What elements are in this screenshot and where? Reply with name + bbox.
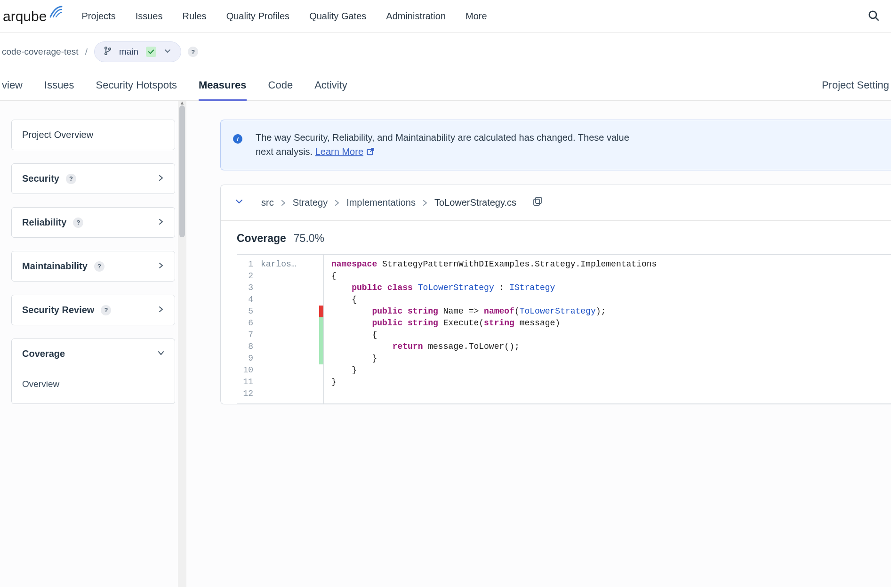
banner-message: The way Security, Reliability, and Maint… [256,130,629,160]
tab-security-hotspots[interactable]: Security Hotspots [96,70,177,100]
chevron-right-icon [334,197,340,208]
code-gutter: 123456789101112 karlos… [237,255,324,403]
sidebar: ▲ Project Overview Security ? Reliabilit… [0,101,186,587]
svg-line-1 [875,17,878,20]
nav-quality-profiles[interactable]: Quality Profiles [226,11,290,22]
nav-rules[interactable]: Rules [182,11,206,22]
sidebar-coverage[interactable]: Coverage [11,338,175,369]
sidebar-security[interactable]: Security ? [11,163,175,194]
coverage-row: Coverage 75.0% [221,221,891,250]
help-icon[interactable]: ? [73,217,83,228]
learn-more-link[interactable]: Learn More [315,146,375,157]
svg-point-4 [109,48,111,50]
file-name: ToLowerStrategy.cs [434,197,516,208]
crumb-implementations[interactable]: Implementations [346,197,416,208]
nav-quality-gates[interactable]: Quality Gates [309,11,366,22]
logo[interactable]: arqube [0,8,81,24]
tab-overview[interactable]: view [2,70,23,100]
svg-line-6 [370,148,374,152]
tab-activity[interactable]: Activity [314,70,347,100]
banner-text-a: The way Security, Reliability, and Maint… [256,132,629,143]
code-viewer: 123456789101112 karlos… namespace Strate… [237,254,891,404]
file-breadcrumb: src Strategy Implementations ToLowerStra… [221,185,891,221]
sidebar-security-label: Security [22,173,59,184]
logo-text: arqube [3,8,47,24]
chevron-right-icon [158,306,164,314]
line-numbers: 123456789101112 [237,255,258,403]
chevron-down-icon[interactable] [235,197,243,208]
svg-rect-7 [534,199,539,205]
svg-point-3 [105,53,107,55]
nav-administration[interactable]: Administration [386,11,446,22]
sidebar-reliability-label: Reliability [22,217,66,228]
chevron-right-icon [158,218,164,227]
main: i The way Security, Reliability, and Mai… [186,101,891,587]
file-panel: src Strategy Implementations ToLowerStra… [220,185,891,404]
sidebar-security-review-label: Security Review [22,305,94,315]
coverage-value: 75.0% [294,232,324,245]
sidebar-security-review[interactable]: Security Review ? [11,295,175,325]
help-icon[interactable]: ? [66,174,76,184]
sidebar-coverage-overview[interactable]: Overview [12,372,175,396]
author-column: karlos… [258,255,319,403]
branch-name: main [119,47,138,57]
chevron-right-icon [281,197,286,208]
search-icon[interactable] [867,9,880,24]
crumb-src[interactable]: src [261,197,274,208]
tab-code[interactable]: Code [268,70,293,100]
chevron-down-icon [158,350,164,358]
info-icon: i [233,134,242,144]
coverage-strip [319,255,323,403]
breadcrumb-slash: / [85,47,88,57]
banner-text-b: next analysis. [256,146,315,157]
help-icon[interactable]: ? [94,261,104,272]
project-tabs: view Issues Security Hotspots Measures C… [0,71,891,101]
sidebar-scrollbar[interactable]: ▲ [178,101,186,587]
tab-measures[interactable]: Measures [199,70,247,100]
git-branch-icon [104,46,112,57]
copy-icon[interactable] [532,196,543,209]
sidebar-maintainability[interactable]: Maintainability ? [11,251,175,282]
svg-rect-8 [536,197,541,203]
svg-point-2 [105,47,107,49]
nav-more[interactable]: More [466,11,487,22]
chevron-right-icon [158,262,164,271]
sidebar-coverage-label: Coverage [22,348,65,359]
project-header: code-coverage-test / main ? [0,33,891,71]
tab-issues[interactable]: Issues [44,70,74,100]
project-tabs-left: view Issues Security Hotspots Measures C… [0,70,822,100]
body: ▲ Project Overview Security ? Reliabilit… [0,101,891,587]
help-icon[interactable]: ? [101,305,111,315]
sidebar-project-overview[interactable]: Project Overview [11,120,175,150]
external-link-icon [366,145,375,160]
chevron-right-icon [422,197,428,208]
crumb-strategy[interactable]: Strategy [293,197,328,208]
chevron-down-icon [164,47,171,56]
sidebar-maintainability-label: Maintainability [22,261,88,272]
branch-selector[interactable]: main [94,41,181,62]
logo-swoosh-icon [49,6,63,22]
sidebar-project-overview-label: Project Overview [22,129,93,140]
nav-projects[interactable]: Projects [81,11,115,22]
chevron-right-icon [158,175,164,183]
project-name[interactable]: code-coverage-test [2,47,79,57]
sidebar-reliability[interactable]: Reliability ? [11,207,175,238]
tab-project-settings[interactable]: Project Setting [822,70,889,100]
code-area[interactable]: namespace StrategyPatternWithDIExamples.… [324,255,664,403]
quality-gate-pass-icon [146,47,156,57]
nav-issues[interactable]: Issues [136,11,163,22]
branch-help-icon[interactable]: ? [188,47,198,57]
top-nav: arqube Projects Issues Rules Quality Pro… [0,0,891,33]
coverage-label: Coverage [237,232,286,245]
info-banner: i The way Security, Reliability, and Mai… [220,120,891,170]
top-nav-links: Projects Issues Rules Quality Profiles Q… [81,11,867,22]
